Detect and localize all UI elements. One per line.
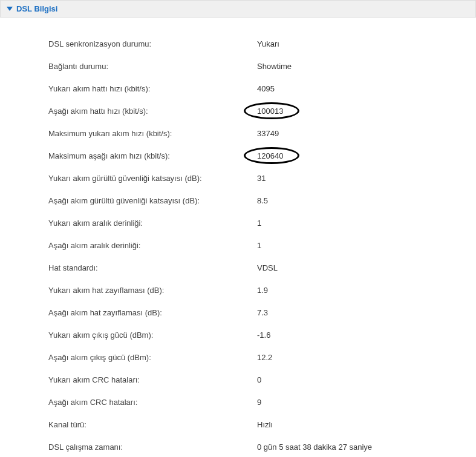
row-uptime: DSL çalışma zamanı: 0 gün 5 saat 38 daki… xyxy=(48,436,476,457)
label: Aşağı akım CRC hataları: xyxy=(48,398,257,407)
collapse-icon xyxy=(7,7,13,11)
row-up-power: Yukarı akım çıkış gücü (dBm): -1.6 xyxy=(48,324,476,346)
label: Yukarı akım hattı hızı (kbit/s): xyxy=(48,84,257,93)
label: Aşağı akım aralık derinliği: xyxy=(48,241,257,250)
row-upstream-rate: Yukarı akım hattı hızı (kbit/s): 4095 xyxy=(48,77,476,100)
label: Hat standardı: xyxy=(48,263,257,272)
row-max-upstream: Maksimum yukarı akım hızı (kbit/s): 3374… xyxy=(48,122,476,145)
row-max-downstream: Maksimum aşağı akım hızı (kbit/s): 12064… xyxy=(48,145,476,167)
row-up-atten: Yukarı akım hat zayıflaması (dB): 1.9 xyxy=(48,279,476,301)
value: 0 xyxy=(257,375,261,384)
row-down-atten: Aşağı akım hat zayıflaması (dB): 7.3 xyxy=(48,301,476,324)
value: 120640 xyxy=(257,151,283,160)
label: Aşağı akım gürültü güvenliği katsayısı (… xyxy=(48,196,257,205)
panel-header[interactable]: DSL Bilgisi xyxy=(0,0,476,18)
value: Showtime xyxy=(257,62,292,71)
value: 31 xyxy=(257,174,266,183)
value: Yukarı xyxy=(257,39,279,48)
row-down-interleave: Aşağı akım aralık derinliği: 1 xyxy=(48,234,476,257)
value: 1.9 xyxy=(257,286,268,295)
row-link-status: Bağlantı durumu: Showtime xyxy=(48,55,476,77)
row-downstream-rate: Aşağı akım hattı hızı (kbit/s): 100013 xyxy=(48,100,476,122)
panel-content: DSL senkronizasyon durumu: Yukarı Bağlan… xyxy=(0,18,476,457)
value: 12.2 xyxy=(257,353,272,362)
value: Hızlı xyxy=(257,420,273,429)
label: Maksimum yukarı akım hızı (kbit/s): xyxy=(48,129,257,138)
row-up-crc: Yukarı akım CRC hataları: 0 xyxy=(48,369,476,391)
label: Yukarı akım gürültü güvenliği katsayısı … xyxy=(48,174,257,183)
row-sync-status: DSL senkronizasyon durumu: Yukarı xyxy=(48,33,476,55)
row-up-noise: Yukarı akım gürültü güvenliği katsayısı … xyxy=(48,167,476,189)
value: 1 xyxy=(257,219,261,228)
value-text: 120640 xyxy=(257,151,283,160)
row-channel-type: Kanal türü: Hızlı xyxy=(48,413,476,436)
label: Kanal türü: xyxy=(48,420,257,429)
label: Aşağı akım hattı hızı (kbit/s): xyxy=(48,107,257,116)
row-down-crc: Aşağı akım CRC hataları: 9 xyxy=(48,391,476,413)
label: Yukarı akım CRC hataları: xyxy=(48,375,257,384)
row-standard: Hat standardı: VDSL xyxy=(48,257,476,279)
label: Maksimum aşağı akım hızı (kbit/s): xyxy=(48,151,257,160)
label: DSL senkronizasyon durumu: xyxy=(48,39,257,48)
panel-title: DSL Bilgisi xyxy=(16,4,57,13)
value: 9 xyxy=(257,398,261,407)
value: 4095 xyxy=(257,84,275,93)
value: 33749 xyxy=(257,129,279,138)
row-down-power: Aşağı akım çıkış gücü (dBm): 12.2 xyxy=(48,346,476,369)
value: 8.5 xyxy=(257,196,268,205)
label: Aşağı akım çıkış gücü (dBm): xyxy=(48,353,257,362)
label: Yukarı akım aralık derinliği: xyxy=(48,219,257,228)
value: 0 gün 5 saat 38 dakika 27 saniye xyxy=(257,442,372,452)
label: Aşağı akım hat zayıflaması (dB): xyxy=(48,308,257,317)
label: DSL çalışma zamanı: xyxy=(48,442,257,452)
label: Bağlantı durumu: xyxy=(48,62,257,71)
value: VDSL xyxy=(257,263,278,272)
value: 7.3 xyxy=(257,308,268,317)
value: 1 xyxy=(257,241,261,250)
label: Yukarı akım hat zayıflaması (dB): xyxy=(48,286,257,295)
dsl-info-panel: DSL Bilgisi DSL senkronizasyon durumu: Y… xyxy=(0,0,476,457)
value-text: 100013 xyxy=(257,107,283,116)
value: -1.6 xyxy=(257,330,270,340)
label: Yukarı akım çıkış gücü (dBm): xyxy=(48,330,257,340)
row-up-interleave: Yukarı akım aralık derinliği: 1 xyxy=(48,212,476,234)
row-down-noise: Aşağı akım gürültü güvenliği katsayısı (… xyxy=(48,189,476,212)
value: 100013 xyxy=(257,107,283,116)
